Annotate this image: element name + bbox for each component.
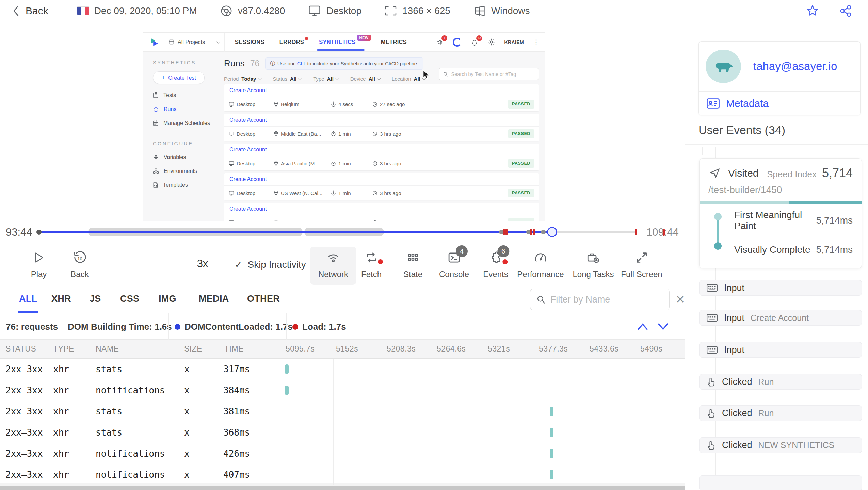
more-menu-icon[interactable]: ⋮ (533, 38, 540, 46)
sidebar-item-runs[interactable]: Runs (153, 106, 223, 112)
full-screen-button[interactable]: Full Screen (621, 250, 662, 279)
partial-event-card[interactable] (699, 475, 862, 490)
tab-sessions[interactable]: SESSIONS (235, 39, 264, 45)
network-request-row[interactable]: 2xx–3xx xhr notifications x 426ms (0, 443, 685, 464)
network-request-row[interactable]: 2xx–3xx xhr stats x 381ms (0, 401, 685, 422)
announcements-button[interactable]: 1 (436, 38, 444, 46)
run-name[interactable]: Create Account (224, 114, 539, 126)
network-request-row[interactable]: 2xx–3xx xhr notifications x 384ms (0, 380, 685, 401)
run-name[interactable]: Create Account (224, 203, 539, 215)
skip-inactivity-toggle[interactable]: ✓ Skip Inactivity (235, 259, 306, 270)
tab-img[interactable]: IMG (159, 294, 176, 304)
state-panel-button[interactable]: State (403, 250, 422, 279)
monitor-icon (229, 161, 234, 166)
clicked-event-card[interactable]: Clicked NEW SYNTHETICS (699, 437, 862, 453)
playback-speed-button[interactable]: 3x (197, 258, 208, 270)
vc-dot-icon (714, 242, 722, 250)
tab-errors[interactable]: ERRORS (279, 39, 304, 45)
request-timing-bar (550, 428, 553, 437)
tab-media[interactable]: MEDIA (199, 294, 229, 304)
request-timing-bar (550, 407, 553, 416)
run-name[interactable]: Create Account (224, 173, 539, 185)
request-time: 317ms (223, 364, 250, 374)
network-request-row[interactable]: 2xx–3xx xhr stats x 368ms (0, 422, 685, 443)
back-10-seconds-button[interactable]: 10 Back (70, 250, 89, 279)
event-dot (541, 230, 546, 234)
close-panel-button[interactable]: ✕ (676, 293, 685, 306)
time-tick: 5208.3s (387, 344, 416, 354)
sidebar-item-manage-schedules[interactable]: Manage Schedules (153, 120, 223, 126)
sidebar-item-tests[interactable]: Tests (153, 92, 223, 98)
run-card[interactable]: Create Account Desktop US West (N. Cal..… (224, 173, 539, 200)
test-search-field[interactable] (439, 68, 539, 80)
run-name[interactable]: Create Account (224, 84, 539, 97)
notifications-button[interactable]: 13 (470, 38, 479, 46)
sidebar-item-templates[interactable]: Templates (153, 182, 223, 188)
fetch-panel-button[interactable]: Fetch (361, 250, 382, 279)
sidebar-item-environments[interactable]: Environments (153, 168, 223, 174)
performance-panel-button[interactable]: Performance (517, 250, 564, 279)
user-email-link[interactable]: tahay@asayer.io (753, 60, 837, 73)
tab-synthetics[interactable]: SYNTHETICSNEW (319, 39, 356, 45)
long-tasks-panel-button[interactable]: Long Tasks (573, 250, 614, 279)
tab-all[interactable]: ALL (19, 294, 37, 304)
network-horizontal-scrollbar[interactable] (0, 483, 685, 486)
user-menu[interactable]: KRAIEM (504, 39, 524, 45)
tab-other[interactable]: OTHER (247, 294, 280, 304)
player-timeline[interactable]: 93:44 109:44 (0, 221, 685, 243)
tab-css[interactable]: CSS (120, 294, 139, 304)
input-event-card[interactable]: Input (699, 280, 862, 296)
filter-device[interactable]: DeviceAll (350, 76, 380, 82)
visited-event-card[interactable]: Visited Speed Index 5,714 /test-builder/… (699, 158, 862, 268)
network-panel-button[interactable]: Network (318, 250, 348, 279)
share-icon[interactable] (839, 4, 853, 18)
clock-icon (372, 161, 377, 166)
metadata-button[interactable]: Metadata (699, 91, 860, 115)
col-size: SIZE (184, 344, 202, 354)
run-time-ago: 3 hrs ago (380, 190, 401, 196)
sidebar-item-variables[interactable]: Variables (153, 154, 223, 160)
input-event-card[interactable]: Input Create Account (699, 310, 862, 326)
network-filter-field[interactable] (530, 289, 670, 310)
blue-dot-icon (175, 324, 180, 330)
monitor-icon (229, 102, 234, 107)
jump-next-icon[interactable] (656, 322, 670, 332)
tab-js[interactable]: JS (90, 294, 101, 304)
network-request-row[interactable]: 2xx–3xx xhr stats x 317ms (0, 359, 685, 380)
playhead[interactable] (547, 227, 557, 237)
cli-link[interactable]: CLI (297, 61, 305, 66)
clicked-event-card[interactable]: Clicked Run (699, 374, 862, 390)
run-card[interactable]: Create Account Desktop Middle East (Ba..… (224, 114, 539, 141)
network-request-row[interactable]: 2xx–3xx xhr notifications x 407ms (0, 464, 685, 485)
console-panel-button[interactable]: 4 Console (439, 250, 469, 279)
favorite-star-icon[interactable] (806, 4, 819, 18)
project-icon (168, 39, 174, 45)
run-card[interactable]: Create Account Desktop Canada (Central..… (224, 203, 539, 221)
load-stat: Load: 1.7s (292, 322, 346, 332)
run-card[interactable]: Create Account Desktop Belgium 4 secs 27… (224, 84, 539, 111)
monitor-icon (229, 191, 234, 196)
project-selector[interactable]: All Projects (168, 39, 220, 45)
filter-period[interactable]: PeriodToday (224, 76, 261, 82)
tab-metrics[interactable]: METRICS (381, 39, 407, 45)
events-panel-button[interactable]: 6 Events (483, 250, 508, 279)
filter-type[interactable]: TypeAll (313, 76, 339, 82)
test-search-input[interactable] (451, 71, 534, 77)
run-location: Middle East (Ba... (281, 131, 321, 137)
create-test-button[interactable]: +Create Test (153, 71, 205, 84)
run-card[interactable]: Create Account Desktop Asia Pacific (M..… (224, 144, 539, 170)
gear-icon[interactable] (487, 38, 495, 46)
filter-location[interactable]: LocationAll (392, 76, 425, 82)
filter-status[interactable]: StatusAll (273, 76, 302, 82)
play-button[interactable]: Play (31, 250, 47, 279)
fmp-value: 5,714ms (816, 215, 853, 226)
network-filter-input[interactable] (550, 294, 663, 305)
run-name[interactable]: Create Account (224, 144, 539, 156)
timeline-track[interactable] (36, 221, 640, 243)
jump-previous-icon[interactable] (636, 322, 650, 332)
clicked-event-card[interactable]: Clicked Run (699, 405, 862, 421)
tab-xhr[interactable]: XHR (51, 294, 71, 304)
back-button[interactable]: Back (12, 5, 48, 17)
input-event-card[interactable]: Input (699, 342, 862, 358)
run-duration: 1 min (338, 161, 351, 166)
